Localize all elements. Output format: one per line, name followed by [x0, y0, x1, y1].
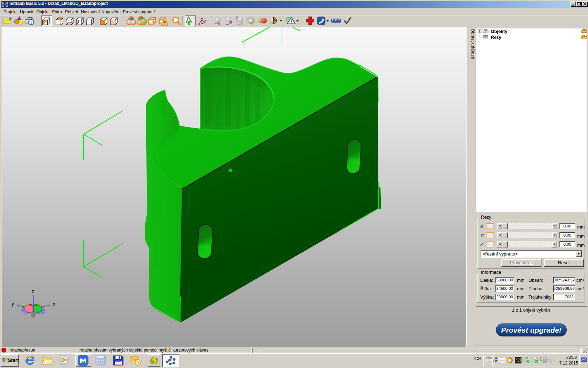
svg-text:z: z [32, 288, 34, 294]
svg-text:i: i [30, 20, 31, 25]
svg-text:x: x [53, 301, 55, 307]
svg-text:y: y [12, 301, 14, 307]
